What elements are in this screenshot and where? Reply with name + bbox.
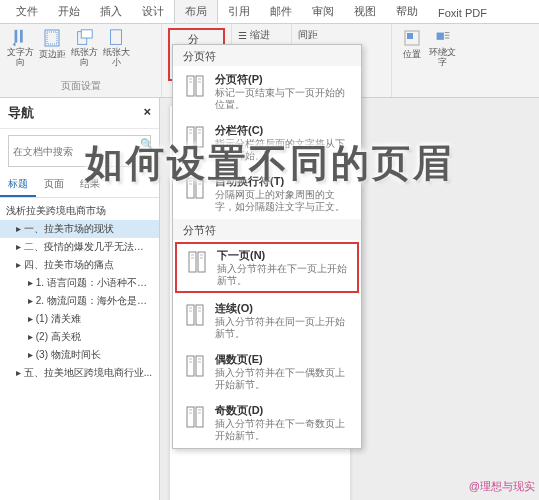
svg-rect-5 bbox=[81, 30, 92, 38]
svg-rect-10 bbox=[407, 33, 413, 39]
search-icon[interactable]: 🔍▾ bbox=[140, 138, 154, 164]
tab-设计[interactable]: 设计 bbox=[132, 0, 174, 23]
svg-rect-1 bbox=[20, 30, 23, 43]
page-setup-group: 文字方向 页边距 纸张方向 纸张大小 bbox=[6, 28, 155, 68]
break-option[interactable]: 连续(O)插入分节符并在同一页上开始新节。 bbox=[173, 295, 361, 346]
search-input[interactable] bbox=[13, 146, 140, 157]
nav-tab-0[interactable]: 标题 bbox=[0, 173, 36, 197]
margins-button[interactable]: 页边距 bbox=[38, 28, 66, 68]
outline-item[interactable]: 浅析拉美跨境电商市场 bbox=[0, 202, 159, 220]
break-option[interactable]: 自动换行符(T)分隔网页上的对象周围的文字，如分隔题注文字与正文。 bbox=[173, 168, 361, 219]
break-icon bbox=[183, 301, 207, 329]
wrap-button[interactable]: 环绕文字 bbox=[429, 28, 456, 68]
nav-tab-2[interactable]: 结果 bbox=[72, 173, 108, 197]
outline-item[interactable]: ▸ 1. 语言问题：小语种不是... bbox=[0, 274, 159, 292]
svg-rect-11 bbox=[436, 33, 443, 40]
outline-item[interactable]: ▸ (2) 高关税 bbox=[0, 328, 159, 346]
dd-section-sectionbreaks: 分节符 bbox=[173, 219, 361, 240]
outline-item[interactable]: ▸ (3) 物流时间长 bbox=[0, 346, 159, 364]
tab-引用[interactable]: 引用 bbox=[218, 0, 260, 23]
tab-视图[interactable]: 视图 bbox=[344, 0, 386, 23]
search-box[interactable]: 🔍▾ bbox=[8, 135, 151, 167]
break-icon bbox=[183, 403, 207, 431]
break-option[interactable]: 分页符(P)标记一页结束与下一页开始的位置。 bbox=[173, 66, 361, 117]
position-button[interactable]: 位置 bbox=[398, 28, 425, 68]
nav-close-icon[interactable]: × bbox=[143, 104, 151, 122]
tab-Foxit PDF[interactable]: Foxit PDF bbox=[428, 3, 497, 23]
break-option[interactable]: 下一页(N)插入分节符并在下一页上开始新节。 bbox=[175, 242, 359, 293]
outline-item[interactable]: ▸ 四、拉美市场的痛点 bbox=[0, 256, 159, 274]
break-icon bbox=[183, 72, 207, 100]
nav-title: 导航 bbox=[8, 104, 34, 122]
tab-开始[interactable]: 开始 bbox=[48, 0, 90, 23]
tab-邮件[interactable]: 邮件 bbox=[260, 0, 302, 23]
outline-item[interactable]: ▸ (1) 清关难 bbox=[0, 310, 159, 328]
orientation-button[interactable]: 纸张方向 bbox=[70, 28, 98, 68]
outline-item[interactable]: ▸ 一、拉美市场的现状 bbox=[0, 220, 159, 238]
dd-items1: 分页符(P)标记一页结束与下一页开始的位置。分栏符(C)指示分栏符后面的文字将从… bbox=[173, 66, 361, 219]
svg-rect-3 bbox=[47, 32, 57, 44]
outline-item[interactable]: ▸ 二、疫情的爆发几乎无法阻挡 bbox=[0, 238, 159, 256]
tab-帮助[interactable]: 帮助 bbox=[386, 0, 428, 23]
svg-rect-6 bbox=[111, 30, 122, 45]
watermark: @理想与现实 bbox=[469, 479, 535, 494]
break-icon bbox=[183, 123, 207, 151]
break-option[interactable]: 分栏符(C)指示分栏符后面的文字将从下一栏开始。 bbox=[173, 117, 361, 168]
size-button[interactable]: 纸张大小 bbox=[102, 28, 130, 68]
outline-item[interactable]: ▸ 2. 物流问题：海外仓是业... bbox=[0, 292, 159, 310]
tab-布局[interactable]: 布局 bbox=[174, 0, 218, 23]
breaks-dropdown: 分页符 分页符(P)标记一页结束与下一页开始的位置。分栏符(C)指示分栏符后面的… bbox=[172, 44, 362, 449]
outline-item[interactable]: ▸ 五、拉美地区跨境电商行业... bbox=[0, 364, 159, 382]
page-setup-label: 页面设置 bbox=[6, 79, 155, 93]
break-icon bbox=[183, 352, 207, 380]
break-option[interactable]: 奇数页(D)插入分节符并在下一奇数页上开始新节。 bbox=[173, 397, 361, 448]
outline-list: 浅析拉美跨境电商市场▸ 一、拉美市场的现状▸ 二、疫情的爆发几乎无法阻挡▸ 四、… bbox=[0, 198, 159, 386]
nav-tab-1[interactable]: 页面 bbox=[36, 173, 72, 197]
navigation-pane: 导航× 🔍▾ 标题页面结果 浅析拉美跨境电商市场▸ 一、拉美市场的现状▸ 二、疫… bbox=[0, 98, 160, 500]
break-icon bbox=[183, 174, 207, 202]
dd-items2: 下一页(N)插入分节符并在下一页上开始新节。连续(O)插入分节符并在同一页上开始… bbox=[173, 242, 361, 448]
tab-文件[interactable]: 文件 bbox=[6, 0, 48, 23]
dd-section-pagebreaks: 分页符 bbox=[173, 45, 361, 66]
break-icon bbox=[185, 248, 209, 276]
tab-插入[interactable]: 插入 bbox=[90, 0, 132, 23]
nav-tabs: 标题页面结果 bbox=[0, 173, 159, 198]
break-option[interactable]: 偶数页(E)插入分节符并在下一偶数页上开始新节。 bbox=[173, 346, 361, 397]
ribbon-tabs: 文件开始插入设计布局引用邮件审阅视图帮助Foxit PDF bbox=[0, 0, 539, 24]
tab-审阅[interactable]: 审阅 bbox=[302, 0, 344, 23]
text-direction-button[interactable]: 文字方向 bbox=[6, 28, 34, 68]
indent-controls[interactable]: ☰ 缩进 bbox=[238, 28, 285, 42]
svg-rect-0 bbox=[15, 30, 18, 43]
